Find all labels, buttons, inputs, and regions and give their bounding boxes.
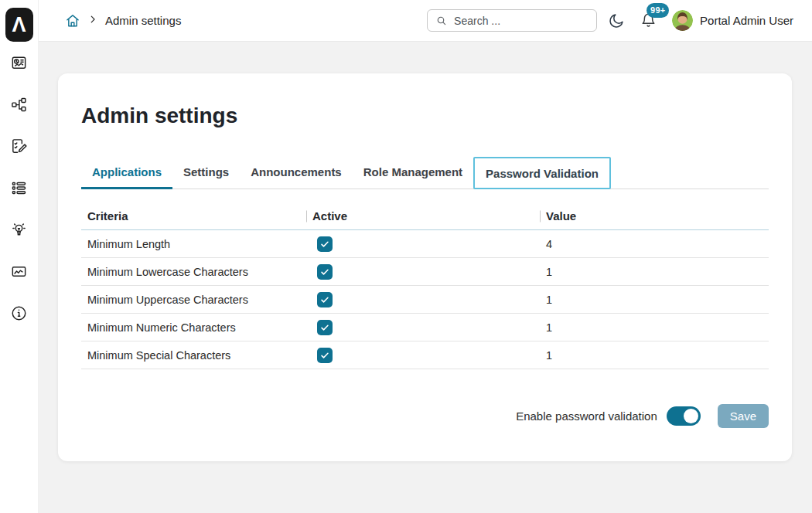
tab-applications[interactable]: Applications <box>81 157 172 189</box>
breadcrumb: Admin settings <box>65 13 181 29</box>
search-input[interactable] <box>454 15 589 27</box>
criteria-cell: Minimum Special Characters <box>81 341 306 369</box>
hierarchy-icon <box>10 96 28 114</box>
avatar-image <box>672 10 693 31</box>
notification-count-badge: 99+ <box>647 3 669 18</box>
main-content: Admin settings ApplicationsSettingsAnnou… <box>39 42 812 513</box>
active-checkbox[interactable] <box>317 348 333 363</box>
table-header-row: Criteria Active Value <box>81 202 769 230</box>
active-cell <box>306 286 540 313</box>
table-row: Minimum Uppercase Characters1 <box>81 286 769 314</box>
save-button[interactable]: Save <box>718 404 769 428</box>
user-name[interactable]: Portal Admin User <box>700 14 793 27</box>
form-edit-icon <box>10 138 28 155</box>
tab-settings[interactable]: Settings <box>172 157 240 189</box>
sidebar-item-list[interactable] <box>10 178 29 197</box>
table-footer: Enable password validation Save <box>81 404 769 428</box>
sidebar-item-ideas[interactable] <box>10 220 29 239</box>
active-cell <box>306 230 540 257</box>
column-header-value: Value <box>540 202 769 229</box>
tab-bar: ApplicationsSettingsAnnouncementsRole Ma… <box>81 157 769 189</box>
tab-password-validation[interactable]: Password Validation <box>473 157 611 189</box>
active-cell <box>306 341 540 369</box>
idea-icon <box>10 221 28 239</box>
info-icon <box>10 304 28 322</box>
app-logo[interactable]: Λ <box>5 8 33 42</box>
table-body: Minimum Length4Minimum Lowercase Charact… <box>81 230 769 369</box>
sidebar-item-info[interactable] <box>10 304 29 322</box>
criteria-cell: Minimum Uppercase Characters <box>81 286 306 313</box>
value-cell: 4 <box>540 230 769 257</box>
app-logo-glyph: Λ <box>12 13 26 37</box>
table-row: Minimum Lowercase Characters1 <box>81 258 769 286</box>
value-cell: 1 <box>540 314 769 341</box>
value-cell: 1 <box>540 341 769 369</box>
sidebar: Λ <box>0 0 39 513</box>
criteria-table: Criteria Active Value Minimum Length4Min… <box>81 202 769 369</box>
table-row: Minimum Numeric Characters1 <box>81 314 769 341</box>
chevron-right-icon <box>87 14 98 28</box>
search-icon <box>435 15 448 27</box>
chart-icon <box>10 263 28 280</box>
breadcrumb-current[interactable]: Admin settings <box>105 14 181 27</box>
active-checkbox[interactable] <box>317 292 333 307</box>
sidebar-nav <box>0 53 38 322</box>
sidebar-item-forms[interactable] <box>10 137 29 155</box>
sidebar-item-hierarchy[interactable] <box>10 95 29 114</box>
table-row: Minimum Special Characters1 <box>81 341 769 369</box>
column-header-active: Active <box>306 202 540 229</box>
sidebar-item-analytics[interactable] <box>10 262 29 280</box>
home-button[interactable] <box>65 13 80 29</box>
top-bar: Admin settings 99+ <box>39 0 812 42</box>
tab-role-management[interactable]: Role Management <box>353 157 473 189</box>
criteria-cell: Minimum Lowercase Characters <box>81 258 306 285</box>
criteria-cell: Minimum Length <box>81 230 306 257</box>
sidebar-item-reports[interactable] <box>10 53 29 72</box>
column-header-criteria: Criteria <box>81 202 306 229</box>
notifications: 99+ <box>640 12 657 29</box>
enable-validation-label: Enable password validation <box>516 409 657 423</box>
list-icon <box>10 179 28 197</box>
home-icon <box>65 13 80 29</box>
active-checkbox[interactable] <box>317 236 333 252</box>
active-cell <box>306 314 540 341</box>
table-row: Minimum Length4 <box>81 230 769 258</box>
value-cell: 1 <box>540 258 769 285</box>
active-checkbox[interactable] <box>317 264 333 280</box>
enable-validation-toggle[interactable] <box>667 406 701 426</box>
app-window: Λ <box>0 0 812 513</box>
tab-announcements[interactable]: Announcements <box>240 157 353 189</box>
value-cell: 1 <box>540 286 769 313</box>
avatar[interactable] <box>672 10 693 31</box>
toggle-knob <box>684 409 698 423</box>
report-icon <box>10 54 28 72</box>
admin-settings-card: Admin settings ApplicationsSettingsAnnou… <box>58 73 792 461</box>
moon-icon <box>608 12 625 29</box>
active-cell <box>306 258 540 285</box>
dark-mode-toggle-button[interactable] <box>608 12 625 29</box>
page-title: Admin settings <box>81 103 769 128</box>
search-box <box>427 9 597 32</box>
active-checkbox[interactable] <box>317 320 333 335</box>
criteria-cell: Minimum Numeric Characters <box>81 314 306 341</box>
